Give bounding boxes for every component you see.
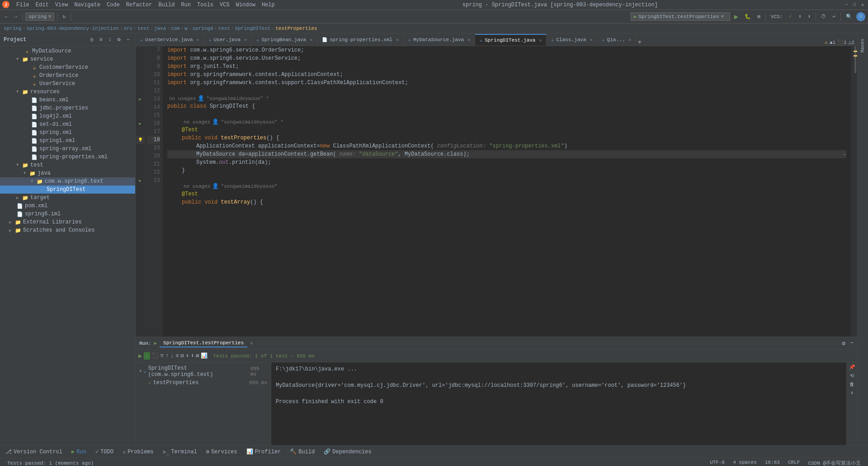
tree-item-service[interactable]: ▼ 📁 service <box>0 55 135 63</box>
tab-springbean[interactable]: ☕ SpringBean.java ✕ <box>252 34 317 46</box>
bottom-tab-run[interactable]: ▶ Run <box>70 447 88 456</box>
tab-close-qia[interactable]: ✕ <box>628 37 631 43</box>
breadcrumb-test[interactable]: test <box>137 26 149 31</box>
tree-item-beansxml[interactable]: 📄 beans.xml <box>0 96 135 104</box>
avatar-btn[interactable]: U <box>856 12 865 21</box>
sidebar-minus-icon[interactable]: − <box>124 36 132 43</box>
menu-window[interactable]: Window <box>233 1 258 9</box>
menu-help[interactable]: Help <box>259 1 278 9</box>
tab-close-user[interactable]: ✕ <box>244 37 247 43</box>
run-tab-close[interactable]: ✕ <box>250 340 253 346</box>
run-gutter-icon-16[interactable]: ▶ <box>139 121 141 126</box>
tree-item-spring6iml[interactable]: 📄 spring6.iml <box>0 210 135 218</box>
tab-springprops[interactable]: 📄 spring-properties.xml ✕ <box>317 34 404 46</box>
prev-fail-icon[interactable]: ⬆ <box>186 352 189 359</box>
close-button[interactable]: ✕ <box>859 1 866 9</box>
editor-scrollbar[interactable] <box>851 46 857 337</box>
tree-item-java[interactable]: ▼ 📁 java <box>0 169 135 177</box>
minimize-button[interactable]: − <box>843 1 850 9</box>
status-indent[interactable]: 4 spaces <box>729 460 760 466</box>
run-config-dropdown[interactable]: ▶ SpringDITest.testProperties ▼ <box>631 12 730 21</box>
run-gutter-icon-23[interactable]: ▶ <box>139 178 141 183</box>
open-report-icon[interactable]: 📊 <box>201 352 208 359</box>
project-dropdown[interactable]: spring ▼ <box>25 13 54 21</box>
tree-item-comw[interactable]: ▼ 📁 com.w.spring6.text <box>0 177 135 185</box>
vcs-update-btn[interactable]: ⬆ <box>796 13 804 20</box>
status-line-sep[interactable]: CRLF <box>784 460 803 466</box>
breadcrumb-com[interactable]: com <box>171 26 180 31</box>
breadcrumb-w[interactable]: w <box>184 26 188 31</box>
menu-refactor[interactable]: Refactor <box>123 1 155 9</box>
menu-navigate[interactable]: Navigate <box>71 1 103 9</box>
tab-close-springditest[interactable]: ✕ <box>539 38 542 43</box>
rerun-pass-icon[interactable]: ✓ <box>144 352 150 360</box>
tree-item-userservice[interactable]: ☕ UserService <box>0 80 135 88</box>
tree-item-test[interactable]: ▼ 📁 test <box>0 161 135 169</box>
tree-item-log4j2[interactable]: 📄 log4j2.xml <box>0 112 135 120</box>
tab-class[interactable]: ☕ Class.java ✕ <box>547 34 597 46</box>
tab-springditest[interactable]: ☕ SpringDITest.java ✕ <box>475 34 547 46</box>
run-button[interactable]: ▶ <box>732 11 741 22</box>
tree-item-orderservice[interactable]: ☕ OrderService <box>0 71 135 80</box>
tree-item-pom[interactable]: 📄 pom.xml <box>0 202 135 210</box>
debug-button[interactable]: 🐛 <box>742 13 753 20</box>
bottom-tab-terminal[interactable]: >_ Terminal <box>161 448 199 456</box>
tree-item-springxml[interactable]: 📄 spring.xml <box>0 128 135 137</box>
sidebar-locate-icon[interactable]: ◎ <box>88 36 95 43</box>
toolbar-sync-btn[interactable]: ↻ <box>60 13 68 20</box>
toolbar-fwd-btn[interactable]: → <box>12 13 20 20</box>
tree-item-customerservice[interactable]: ☕ CustomerService <box>0 63 135 71</box>
tree-item-setdi[interactable]: 📄 set-di.xml <box>0 120 135 128</box>
sidebar-sort-icon[interactable]: ↕ <box>106 36 113 43</box>
bottom-tab-dependencies[interactable]: 🔗 Dependencies <box>322 447 373 456</box>
tab-user[interactable]: ☕ User.java ✕ <box>204 34 252 46</box>
breadcrumb-spring6[interactable]: spring6 <box>193 26 213 31</box>
filter-icon[interactable]: ▽ <box>160 352 164 359</box>
tree-item-jdbcprops[interactable]: 📄 jdbc.properties <box>0 104 135 112</box>
tab-close-mydatasource[interactable]: ✕ <box>467 37 470 43</box>
run-tree-springditest[interactable]: ▼ ☕ SpringDITest (com.w.spring6.text) 65… <box>136 364 271 379</box>
history-btn[interactable]: ⏱ <box>819 13 828 20</box>
vcs-push-btn[interactable]: ⬇ <box>806 13 813 20</box>
tree-item-springarray[interactable]: 📄 spring-array.xml <box>0 145 135 153</box>
menu-code[interactable]: Code <box>104 1 123 9</box>
bottom-tab-versioncontrol[interactable]: ⎇ Version Control <box>4 447 64 456</box>
sort-asc-icon[interactable]: ↑ <box>165 353 169 359</box>
bottom-tab-profiler[interactable]: 📊 Profiler <box>245 447 283 456</box>
tree-item-extlibs[interactable]: ▶ 📁 External Libraries <box>0 218 135 226</box>
revert-btn[interactable]: ↩ <box>830 13 838 20</box>
scrollbar-thumb[interactable] <box>854 46 856 73</box>
run-scroll-icon[interactable]: ⬇ <box>850 390 854 396</box>
bottom-tab-build[interactable]: 🔨 Build <box>288 447 316 456</box>
vcs-check-btn[interactable]: ✓ <box>787 13 795 20</box>
next-fail-icon[interactable]: ⬇ <box>191 352 194 359</box>
maximize-button[interactable]: □ <box>851 1 858 9</box>
tab-qia[interactable]: ☕ Qia... ✕ <box>598 34 637 46</box>
run-tree-testprops[interactable]: ✓ testProperties 655 ms <box>136 379 271 387</box>
toolbar-back-btn[interactable]: ← <box>3 13 10 20</box>
menu-tools[interactable]: Tools <box>194 1 216 9</box>
bottom-tab-todo[interactable]: ✓ TODO <box>94 447 115 456</box>
tab-userservice[interactable]: ☕ UserService.java ✕ <box>136 34 204 46</box>
tree-item-springditest[interactable]: ☕ SpringDITest <box>0 185 135 194</box>
collapse-all-icon[interactable]: ⊟ <box>181 352 184 359</box>
status-encoding[interactable]: UTF-8 <box>706 460 728 466</box>
tree-item-scratches[interactable]: ▶ 📁 Scratches and Consoles <box>0 226 135 234</box>
breadcrumb-module[interactable]: spring-003-dependency-injection <box>26 26 119 31</box>
run-clear-icon[interactable]: 🗑 <box>849 381 854 387</box>
breadcrumb-spring[interactable]: spring <box>4 26 22 31</box>
run-close-icon[interactable]: − <box>850 340 854 347</box>
run-wrap-icon[interactable]: ⟲ <box>850 373 854 379</box>
maven-label[interactable]: Maven <box>860 39 865 52</box>
sidebar-collapse-icon[interactable]: ≡ <box>97 36 104 43</box>
tab-close-userservice[interactable]: ✕ <box>197 37 199 43</box>
tree-item-target[interactable]: ▶ 📁 target <box>0 194 135 202</box>
search-btn[interactable]: 🔍 <box>844 13 854 20</box>
run-gutter-icon-13[interactable]: ▶ <box>139 97 141 102</box>
export-icon[interactable]: ⊞ <box>196 352 199 359</box>
code-editor[interactable]: ▶ ▶ 💡 ▶ <box>136 46 857 337</box>
lightbulb-icon-18[interactable]: 💡 <box>138 138 143 143</box>
breadcrumb-method[interactable]: testProperties <box>275 26 317 31</box>
menu-build[interactable]: Build <box>156 1 177 9</box>
tab-close-springbean[interactable]: ✕ <box>310 37 312 43</box>
